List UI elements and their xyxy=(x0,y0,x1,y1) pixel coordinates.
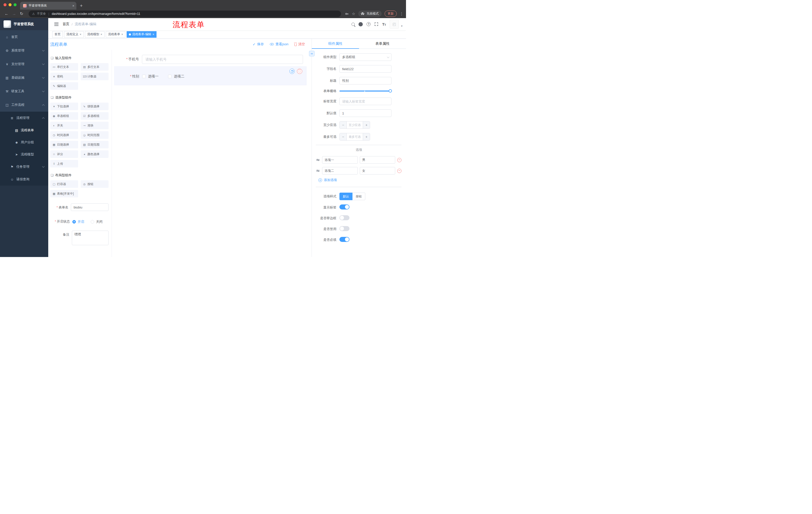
minus-button[interactable]: − xyxy=(340,121,347,129)
hamburger-icon[interactable] xyxy=(54,23,59,26)
palette-item-multi-line-text[interactable]: ▤多行文本 xyxy=(81,63,109,71)
maximize-window-button[interactable] xyxy=(13,3,17,6)
reload-icon[interactable]: ↻ xyxy=(19,11,25,16)
forward-icon[interactable]: → xyxy=(11,11,17,16)
sidebar-item-process-form[interactable]: ▤ 流程表单 xyxy=(0,124,48,136)
tag-process-model[interactable]: 流程模型 × xyxy=(85,31,105,38)
palette-item-upload[interactable]: ⇪上传 xyxy=(50,160,78,167)
back-icon[interactable]: ← xyxy=(3,11,9,16)
palette-item-select[interactable]: ▾下拉选择 xyxy=(50,103,78,110)
remove-option-icon[interactable] xyxy=(397,169,402,173)
max-select-input[interactable] xyxy=(347,133,363,140)
palette-item-single-line-text[interactable]: ▭单行文本 xyxy=(50,63,78,71)
title-input[interactable] xyxy=(340,77,392,84)
form-canvas[interactable]: *手机号 *性别 xyxy=(112,50,312,257)
minimize-window-button[interactable] xyxy=(8,3,11,6)
remark-textarea[interactable]: 嘿嘿 xyxy=(72,231,109,245)
palette-item-slider[interactable]: ⊸滑块 xyxy=(81,122,109,129)
search-icon[interactable] xyxy=(351,23,355,26)
tag-close-icon[interactable]: × xyxy=(152,33,154,36)
sidebar-item-infrastructure[interactable]: ▥ 基础设施 xyxy=(0,71,48,84)
palette-item-counter[interactable]: 123计数器 xyxy=(81,73,109,80)
tag-close-icon[interactable]: × xyxy=(100,33,102,36)
disabled-toggle[interactable] xyxy=(340,226,349,231)
palette-item-switch[interactable]: ◐开关 xyxy=(50,122,78,129)
sidebar-item-process-model[interactable]: ➤ 流程模型 xyxy=(0,148,48,160)
minus-button[interactable]: − xyxy=(340,133,347,140)
sidebar-item-workflow[interactable]: ◫ 工作流程 xyxy=(0,98,48,112)
breadcrumb-home[interactable]: 首页 xyxy=(63,22,69,26)
palette-item-table[interactable]: ▩表格[开发中] xyxy=(50,190,78,197)
field-name-input[interactable] xyxy=(340,65,392,73)
style-default-button[interactable]: 默认 xyxy=(340,193,352,200)
tag-close-icon[interactable]: × xyxy=(80,33,81,36)
sidebar-item-payment[interactable]: ¥ 支付管理 xyxy=(0,57,48,71)
delete-button[interactable] xyxy=(297,69,302,74)
tab-form-props[interactable]: 表单属性 xyxy=(359,39,406,49)
clear-button[interactable]: 清空 xyxy=(294,42,305,47)
new-tab-button[interactable]: + xyxy=(80,3,83,8)
key-icon[interactable] xyxy=(345,12,349,16)
close-window-button[interactable] xyxy=(3,3,6,6)
border-toggle[interactable] xyxy=(340,215,349,220)
status-radio-on[interactable]: 开启 xyxy=(72,219,84,224)
label-width-input[interactable] xyxy=(340,98,392,105)
sidebar-item-system[interactable]: ⚙ 系统管理 xyxy=(0,44,48,57)
tab-component-props[interactable]: 组件属性 xyxy=(312,39,359,49)
font-size-icon[interactable]: TT xyxy=(382,22,386,26)
plus-button[interactable]: + xyxy=(363,133,370,140)
link-icon[interactable]: ∞ xyxy=(309,51,315,56)
checkbox-option-1[interactable]: 选项一 xyxy=(142,74,158,79)
phone-input[interactable] xyxy=(142,55,303,64)
show-label-toggle[interactable] xyxy=(340,205,349,210)
update-button[interactable]: 更新 xyxy=(385,10,397,17)
sidebar-item-leave-query[interactable]: ☺ 请假查询 xyxy=(0,173,48,186)
bookmark-star-icon[interactable]: ☆ xyxy=(352,11,355,16)
palette-item-checkbox-group[interactable]: ☑多选框组 xyxy=(81,112,109,120)
save-button[interactable]: ✓ 保存 xyxy=(253,42,264,47)
palette-item-editor[interactable]: ✎编辑器 xyxy=(50,82,78,90)
fullscreen-icon[interactable] xyxy=(374,22,378,26)
view-json-button[interactable]: 查看json xyxy=(270,42,288,47)
gender-component-selected[interactable]: *性别 选项一 选项二 xyxy=(114,66,307,85)
tag-close-icon[interactable]: × xyxy=(121,33,123,36)
slider-handle[interactable] xyxy=(389,89,392,92)
palette-item-date-range[interactable]: ▧日期范围 xyxy=(81,141,109,148)
sidebar-item-process-management[interactable]: ≣ 流程管理 xyxy=(0,112,48,124)
drag-handle-icon[interactable] xyxy=(316,159,320,161)
add-option-button[interactable]: 添加选项 xyxy=(318,178,392,182)
palette-item-time-picker[interactable]: ◷时间选择 xyxy=(50,131,78,139)
caret-down-icon[interactable]: ▾ xyxy=(401,24,403,29)
palette-item-color-picker[interactable]: ◕颜色选择 xyxy=(81,151,109,158)
github-icon[interactable] xyxy=(358,22,363,26)
sidebar-item-task-management[interactable]: ⚑ 任务管理 xyxy=(0,160,48,173)
sidebar-item-devtools[interactable]: ⚒ 研发工具 xyxy=(0,84,48,98)
palette-item-date-picker[interactable]: ▦日期选择 xyxy=(50,141,78,148)
checkbox-option-2[interactable]: 选项二 xyxy=(168,74,184,79)
remove-option-icon[interactable] xyxy=(397,158,402,162)
tag-process-form[interactable]: 流程表单 × xyxy=(106,31,125,38)
tag-process-definition[interactable]: 流程定义 × xyxy=(64,31,84,38)
palette-item-radio-group[interactable]: ◉单选框组 xyxy=(50,112,78,120)
palette-item-time-range[interactable]: ◶时间范围 xyxy=(81,131,109,139)
sidebar-logo[interactable]: 芋道管理系统 xyxy=(0,18,48,30)
option-label-input[interactable] xyxy=(322,156,358,164)
palette-item-cascader[interactable]: ↳级联选择 xyxy=(81,103,109,110)
form-name-input[interactable] xyxy=(71,204,109,211)
min-select-input[interactable] xyxy=(347,121,363,129)
style-button-button[interactable]: 按钮 xyxy=(352,193,365,200)
default-value-input[interactable] xyxy=(340,109,392,117)
copy-button[interactable] xyxy=(289,69,295,74)
tab-close-icon[interactable]: × xyxy=(72,4,75,7)
sidebar-item-user-group[interactable]: ☻ 用户分组 xyxy=(0,136,48,148)
sidebar-item-home[interactable]: ⌂ 首页 xyxy=(0,30,48,44)
browser-tab[interactable]: 芋道管理系统 × xyxy=(20,2,76,9)
browser-menu-icon[interactable]: ⋮ xyxy=(400,11,404,16)
drag-handle-icon[interactable] xyxy=(316,170,320,171)
option-value-input[interactable] xyxy=(360,167,396,174)
form-grid-slider[interactable] xyxy=(340,89,392,93)
incognito-badge[interactable]: 无痕模式 xyxy=(358,10,382,17)
option-value-input[interactable] xyxy=(360,156,396,164)
help-icon[interactable]: ? xyxy=(367,22,371,26)
palette-item-rate[interactable]: ☆评分 xyxy=(50,151,78,158)
